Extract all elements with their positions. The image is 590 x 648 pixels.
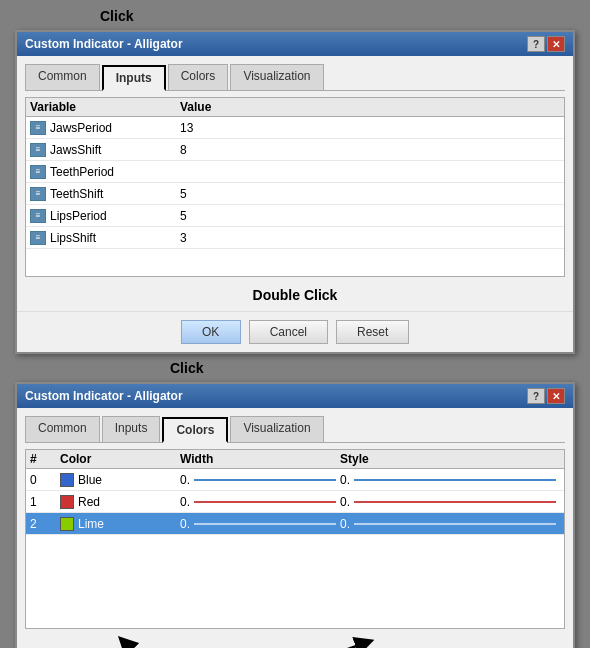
svg-line-0 (125, 643, 180, 648)
style-line (354, 523, 556, 525)
close-button-2[interactable]: ✕ (547, 388, 565, 404)
tab-common-2[interactable]: Common (25, 416, 100, 442)
row-style: 0. (340, 473, 560, 487)
color-row-blue[interactable]: 0 Blue 0. 0. (26, 469, 564, 491)
style-line (354, 479, 556, 481)
var-value: 5 (180, 187, 560, 201)
header-value: Value (180, 100, 560, 114)
row-style: 0. (340, 495, 560, 509)
blue-swatch (60, 473, 74, 487)
table-row[interactable]: ≡ JawsShift 8 (26, 139, 564, 161)
header-color: Color (60, 452, 180, 466)
dialog2-window: Custom Indicator - Alligator ? ✕ Common … (15, 382, 575, 648)
row-icon: ≡ (30, 187, 46, 201)
row-icon: ≡ (30, 209, 46, 223)
dblclick-area: Double Click (25, 633, 565, 648)
dialog2-table: # Color Width Style 0 Blue 0. (25, 449, 565, 629)
row-width: 0. (180, 473, 340, 487)
svg-line-1 (210, 643, 365, 648)
table-row[interactable]: ≡ LipsPeriod 5 (26, 205, 564, 227)
table2-header: # Color Width Style (26, 450, 564, 469)
dialog1-window: Custom Indicator - Alligator ? ✕ Common … (15, 30, 575, 354)
var-value: 5 (180, 209, 560, 223)
arrow-svg (25, 633, 565, 648)
row-icon: ≡ (30, 143, 46, 157)
row-width: 0. (180, 517, 340, 531)
var-name: LipsPeriod (50, 209, 180, 223)
width-line (194, 501, 336, 503)
dialog1-table: Variable Value ≡ JawsPeriod 13 ≡ JawsShi… (25, 97, 565, 277)
dialog1-title: Custom Indicator - Alligator (25, 37, 183, 51)
titlebar-buttons-1: ? ✕ (527, 36, 565, 52)
dialog2-titlebar: Custom Indicator - Alligator ? ✕ (17, 384, 573, 408)
tab-inputs-2[interactable]: Inputs (102, 416, 161, 442)
dialog1: Click Custom Indicator - Alligator ? ✕ C… (15, 30, 575, 354)
dialog2-content: Common Inputs Colors Visualization # Col… (17, 408, 573, 648)
table-row[interactable]: ≡ JawsPeriod 13 (26, 117, 564, 139)
lime-swatch (60, 517, 74, 531)
header-style: Style (340, 452, 560, 466)
titlebar-buttons-2: ? ✕ (527, 388, 565, 404)
dialog1-tabs: Common Inputs Colors Visualization (25, 64, 565, 91)
var-name: TeethPeriod (50, 165, 180, 179)
var-value: 3 (180, 231, 560, 245)
color-row-lime[interactable]: 2 Lime 0. 0. (26, 513, 564, 535)
tab-colors-1[interactable]: Colors (168, 64, 229, 90)
header-variable: Variable (30, 100, 180, 114)
row-color-name: Blue (60, 473, 180, 487)
table1-header: Variable Value (26, 98, 564, 117)
tab-inputs-1[interactable]: Inputs (102, 65, 166, 91)
dialog1-content: Common Inputs Colors Visualization Varia… (17, 56, 573, 311)
style-line (354, 501, 556, 503)
header-hash: # (30, 452, 60, 466)
row-num: 0 (30, 473, 60, 487)
color-row-red[interactable]: 1 Red 0. 0. (26, 491, 564, 513)
dialog2-title: Custom Indicator - Alligator (25, 389, 183, 403)
cancel-button-1[interactable]: Cancel (249, 320, 328, 344)
tab-common-1[interactable]: Common (25, 64, 100, 90)
help-button-1[interactable]: ? (527, 36, 545, 52)
row-color-name: Red (60, 495, 180, 509)
row-icon: ≡ (30, 165, 46, 179)
table-row[interactable]: ≡ TeethPeriod (26, 161, 564, 183)
row-icon: ≡ (30, 121, 46, 135)
row-num: 2 (30, 517, 60, 531)
row-style: 0. (340, 517, 560, 531)
var-name: TeethShift (50, 187, 180, 201)
ok-button-1[interactable]: OK (181, 320, 241, 344)
row-width: 0. (180, 495, 340, 509)
close-button-1[interactable]: ✕ (547, 36, 565, 52)
help-button-2[interactable]: ? (527, 388, 545, 404)
click-annotation-2: Click (170, 360, 203, 376)
var-name: LipsShift (50, 231, 180, 245)
tab-visualization-2[interactable]: Visualization (230, 416, 323, 442)
var-value: 13 (180, 121, 560, 135)
dialog2: Click Custom Indicator - Alligator ? ✕ C… (15, 382, 575, 648)
row-num: 1 (30, 495, 60, 509)
table-row[interactable]: ≡ LipsShift 3 (26, 227, 564, 249)
header-width: Width (180, 452, 340, 466)
width-line (194, 523, 336, 525)
dialog1-footer: OK Cancel Reset (17, 311, 573, 352)
var-value: 8 (180, 143, 560, 157)
click-annotation-1: Click (100, 8, 133, 24)
reset-button-1[interactable]: Reset (336, 320, 409, 344)
dialog1-titlebar: Custom Indicator - Alligator ? ✕ (17, 32, 573, 56)
red-swatch (60, 495, 74, 509)
tab-colors-2[interactable]: Colors (162, 417, 228, 443)
tab-visualization-1[interactable]: Visualization (230, 64, 323, 90)
dblclick-annotation-1: Double Click (25, 287, 565, 303)
dialog2-tabs: Common Inputs Colors Visualization (25, 416, 565, 443)
table-row[interactable]: ≡ TeethShift 5 (26, 183, 564, 205)
row-icon: ≡ (30, 231, 46, 245)
var-name: JawsPeriod (50, 121, 180, 135)
var-name: JawsShift (50, 143, 180, 157)
width-line (194, 479, 336, 481)
row-color-name: Lime (60, 517, 180, 531)
